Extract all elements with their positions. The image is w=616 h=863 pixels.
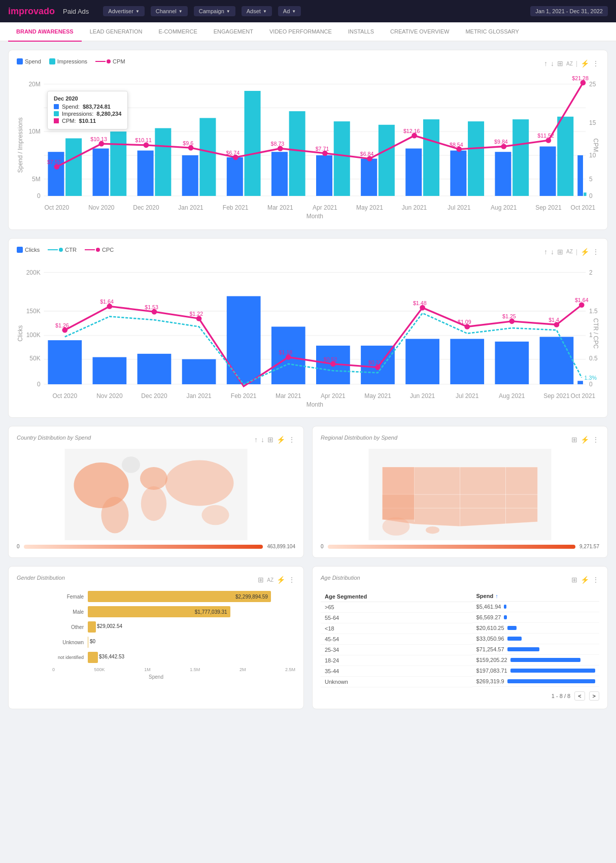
spend-sort-icon: ↑ xyxy=(495,593,498,599)
chart1-x-may2021: May 2021 xyxy=(356,204,383,211)
world-map-lightning-btn[interactable]: ⚡ xyxy=(277,436,285,444)
table-row: 45-54 $33,050.96 xyxy=(321,634,599,644)
gender-more-btn[interactable]: ⋮ xyxy=(288,576,295,584)
gender-lightning-btn[interactable]: ⚡ xyxy=(277,576,285,584)
tab-installs[interactable]: INSTALLS xyxy=(340,22,382,42)
age-more-btn[interactable]: ⋮ xyxy=(592,576,599,584)
bar-imp-oct2021 xyxy=(584,192,586,196)
table-row: 18-24 $159,205.22 xyxy=(321,655,599,666)
world-map-camera-btn[interactable]: ⊞ xyxy=(267,436,273,444)
world-map-legend: 0 463,899.104 xyxy=(17,544,295,549)
world-map-gradient xyxy=(24,545,263,549)
channel-filter[interactable]: Channel ▼ xyxy=(151,6,188,16)
age-lightning-btn[interactable]: ⚡ xyxy=(580,576,589,584)
spend-bar xyxy=(504,615,507,619)
spend-value: $5,461.94 xyxy=(476,604,501,610)
australia-region xyxy=(202,505,229,525)
chart2-more-btn[interactable]: ⋮ xyxy=(592,248,599,256)
tab-brand-awareness[interactable]: BRAND AWARENESS xyxy=(8,22,82,42)
bar-clicks-sep2021 xyxy=(540,337,574,384)
chart2-x-feb2021: Feb 2021 xyxy=(231,392,257,399)
chart2-x-oct2021: Oct 2021 xyxy=(571,392,596,399)
us-map-camera-btn[interactable]: ⊞ xyxy=(571,436,577,444)
spend-value: $6,569.27 xyxy=(476,614,501,620)
spend-bar xyxy=(510,658,580,662)
chart2-x-mar2021: Mar 2021 xyxy=(276,392,301,399)
world-map-down-btn[interactable]: ↓ xyxy=(261,436,264,444)
chart2-sort-btn[interactable]: AZ xyxy=(566,249,573,254)
us-map-svg xyxy=(321,449,599,540)
gender-sort-btn[interactable]: AZ xyxy=(267,576,273,584)
bar-spend-dec2020 xyxy=(138,151,154,196)
spend-value: $269,319.9 xyxy=(476,678,504,684)
world-map-more-btn[interactable]: ⋮ xyxy=(288,436,295,444)
age-table-body: >65 $5,461.94 55-64 $6,569.27 xyxy=(321,602,599,687)
cpc-label-mar2021: $1.18 xyxy=(279,349,293,355)
chart2-lightning-btn[interactable]: ⚡ xyxy=(580,248,589,256)
tab-video-performance[interactable]: VIDEO PERFORMANCE xyxy=(261,22,340,42)
impressions-legend-icon xyxy=(49,58,55,64)
spend-cell: $20,610.25 xyxy=(472,623,599,634)
gender-camera-btn[interactable]: ⊞ xyxy=(258,576,264,584)
spend-cell: $33,050.96 xyxy=(472,634,599,644)
bar-spend-jul2021 xyxy=(450,151,466,196)
date-range-filter[interactable]: Jan 1, 2021 - Dec 31, 2022 xyxy=(530,6,608,16)
cpm-label-sep2021: $11.52 xyxy=(537,132,554,139)
cpc-legend-label: CPC xyxy=(102,247,114,253)
us-map-lightning-btn[interactable]: ⚡ xyxy=(580,436,589,444)
chart1-up-btn[interactable]: ↑ xyxy=(544,59,547,68)
spend-bar xyxy=(507,637,522,641)
bar-clicks-jan2021 xyxy=(182,359,216,384)
tooltip-impressions: Impressions: 8,280,234 xyxy=(54,111,121,117)
chart2-x-oct2020: Oct 2020 xyxy=(52,392,77,399)
gender-tick-0: 0 xyxy=(52,667,55,672)
age-cell: 55-64 xyxy=(321,612,472,623)
bar-spend-mar2021 xyxy=(271,152,288,196)
adset-filter[interactable]: Adset ▼ xyxy=(242,6,272,16)
clicks-panel: Clicks CTR CPC ↑ xyxy=(8,238,608,418)
ctr-line-icon xyxy=(48,249,58,250)
spend-bar xyxy=(507,626,517,630)
age-col-header: Age Segmented xyxy=(321,591,472,602)
chart1-lightning-btn[interactable]: ⚡ xyxy=(580,59,589,68)
world-map-up-btn[interactable]: ↑ xyxy=(254,436,258,444)
us-map-panel: Regional Distribution by Spend ⊞ ⚡ ⋮ xyxy=(312,426,608,558)
gender-tick-2-5m: 2.5M xyxy=(285,667,295,672)
gender-other-label: Other xyxy=(52,624,88,630)
maps-row: Country Distribution by Spend ↑ ↓ ⊞ ⚡ ⋮ xyxy=(8,426,608,558)
ad-filter[interactable]: Ad ▼ xyxy=(278,6,301,16)
gender-tick-2m: 2M xyxy=(239,667,246,672)
pagination-info: 1 - 8 / 8 xyxy=(552,693,570,699)
chart1-sort-btn[interactable]: AZ xyxy=(566,61,573,67)
tab-engagement[interactable]: ENGAGEMENT xyxy=(206,22,261,42)
chart2-up-btn[interactable]: ↑ xyxy=(544,248,547,256)
cpc-label-may2021: $0.27 xyxy=(368,359,382,366)
chart1-x-dec2020: Dec 2020 xyxy=(133,204,159,211)
age-pagination: 1 - 8 / 8 < > xyxy=(321,691,599,701)
advertiser-filter[interactable]: Advertiser ▼ xyxy=(103,6,144,16)
spend-value: $33,050.96 xyxy=(476,636,504,642)
chart1-more-btn[interactable]: ⋮ xyxy=(592,59,599,68)
chart1-camera-btn[interactable]: ⊞ xyxy=(557,59,563,68)
next-page-btn[interactable]: > xyxy=(589,691,599,701)
svg-text:10: 10 xyxy=(589,152,596,159)
cpc-label-jan2021: $1.22 xyxy=(189,311,203,317)
age-camera-btn[interactable]: ⊞ xyxy=(571,576,577,584)
tab-metric-glossary[interactable]: METRIC GLOSSARY xyxy=(457,22,527,42)
chart2-camera-btn[interactable]: ⊞ xyxy=(557,248,563,256)
tab-ecommerce[interactable]: E-COMMERCE xyxy=(150,22,205,42)
gender-panel: Gender Distribution ⊞ AZ ⚡ ⋮ Female $2,2… xyxy=(8,566,304,709)
greenland-region xyxy=(122,457,140,473)
bar-spend-apr2021 xyxy=(316,155,332,196)
tab-lead-generation[interactable]: LEAD GENERATION xyxy=(82,22,151,42)
cpm-label-oct2020: $7.57 xyxy=(47,159,61,165)
chart1-down-btn[interactable]: ↓ xyxy=(551,59,554,68)
us-map-more-btn[interactable]: ⋮ xyxy=(592,436,599,444)
tooltip-spend-value: $83,724.81 xyxy=(83,104,111,110)
campaign-filter[interactable]: Campaign ▼ xyxy=(194,6,235,16)
prev-page-btn[interactable]: < xyxy=(574,691,585,701)
chart1-x-nov2020: Nov 2020 xyxy=(88,204,115,211)
cpc-label-sep2021: $1.4 xyxy=(549,317,559,323)
tab-creative-overview[interactable]: CREATIVE OVERVIEW xyxy=(382,22,457,42)
chart2-down-btn[interactable]: ↓ xyxy=(551,248,554,256)
